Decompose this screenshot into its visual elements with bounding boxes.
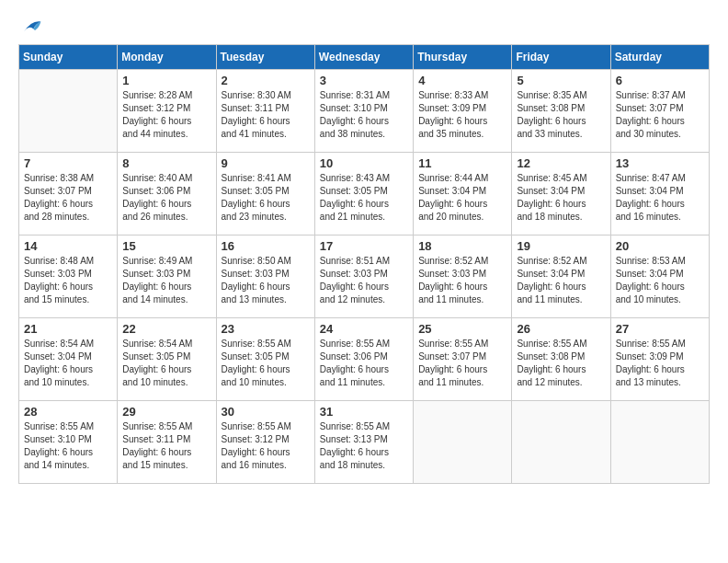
day-info: Sunrise: 8:55 AM Sunset: 3:08 PM Dayligh… bbox=[517, 338, 605, 389]
day-info: Sunrise: 8:55 AM Sunset: 3:10 PM Dayligh… bbox=[24, 420, 112, 472]
calendar-cell: 20Sunrise: 8:53 AM Sunset: 3:04 PM Dayli… bbox=[610, 236, 709, 318]
calendar-cell: 19Sunrise: 8:52 AM Sunset: 3:04 PM Dayli… bbox=[512, 236, 610, 318]
day-info: Sunrise: 8:55 AM Sunset: 3:07 PM Dayligh… bbox=[418, 338, 506, 389]
day-info: Sunrise: 8:52 AM Sunset: 3:03 PM Dayligh… bbox=[418, 255, 506, 306]
calendar-cell: 30Sunrise: 8:55 AM Sunset: 3:12 PM Dayli… bbox=[216, 401, 314, 484]
day-number: 10 bbox=[320, 156, 408, 170]
day-number: 27 bbox=[616, 322, 704, 336]
day-info: Sunrise: 8:49 AM Sunset: 3:03 PM Dayligh… bbox=[122, 255, 210, 306]
calendar-cell: 6Sunrise: 8:37 AM Sunset: 3:07 PM Daylig… bbox=[610, 70, 709, 153]
day-info: Sunrise: 8:55 AM Sunset: 3:12 PM Dayligh… bbox=[222, 420, 310, 472]
calendar-cell: 13Sunrise: 8:47 AM Sunset: 3:04 PM Dayli… bbox=[610, 153, 709, 236]
logo-bird-icon bbox=[20, 18, 42, 35]
calendar-week-row: 1Sunrise: 8:28 AM Sunset: 3:12 PM Daylig… bbox=[19, 70, 710, 153]
calendar-cell: 25Sunrise: 8:55 AM Sunset: 3:07 PM Dayli… bbox=[414, 318, 512, 401]
day-number: 3 bbox=[320, 74, 408, 87]
calendar-cell: 1Sunrise: 8:28 AM Sunset: 3:12 PM Daylig… bbox=[118, 70, 216, 153]
calendar-cell: 22Sunrise: 8:54 AM Sunset: 3:05 PM Dayli… bbox=[118, 318, 216, 401]
calendar-cell: 7Sunrise: 8:38 AM Sunset: 3:07 PM Daylig… bbox=[19, 153, 118, 236]
day-info: Sunrise: 8:48 AM Sunset: 3:03 PM Dayligh… bbox=[24, 255, 112, 306]
calendar-cell bbox=[512, 401, 610, 484]
day-number: 24 bbox=[320, 322, 408, 336]
calendar-cell: 27Sunrise: 8:55 AM Sunset: 3:09 PM Dayli… bbox=[610, 318, 709, 401]
day-number: 5 bbox=[517, 74, 605, 87]
day-number: 26 bbox=[517, 322, 605, 336]
day-number: 13 bbox=[616, 156, 704, 170]
calendar-cell: 5Sunrise: 8:35 AM Sunset: 3:08 PM Daylig… bbox=[512, 70, 610, 153]
calendar-cell: 4Sunrise: 8:33 AM Sunset: 3:09 PM Daylig… bbox=[414, 70, 512, 153]
calendar-cell: 23Sunrise: 8:55 AM Sunset: 3:05 PM Dayli… bbox=[216, 318, 314, 401]
day-number: 30 bbox=[222, 405, 310, 419]
weekday-header: Sunday bbox=[19, 45, 118, 70]
day-number: 25 bbox=[418, 322, 506, 336]
logo bbox=[18, 18, 42, 35]
day-number: 28 bbox=[24, 405, 112, 419]
calendar-cell: 28Sunrise: 8:55 AM Sunset: 3:10 PM Dayli… bbox=[19, 401, 118, 484]
calendar-cell bbox=[19, 70, 118, 153]
day-info: Sunrise: 8:41 AM Sunset: 3:05 PM Dayligh… bbox=[222, 172, 310, 224]
day-number: 6 bbox=[616, 74, 704, 87]
calendar-cell: 26Sunrise: 8:55 AM Sunset: 3:08 PM Dayli… bbox=[512, 318, 610, 401]
day-number: 2 bbox=[222, 74, 310, 87]
day-info: Sunrise: 8:51 AM Sunset: 3:03 PM Dayligh… bbox=[320, 255, 408, 306]
calendar-cell: 17Sunrise: 8:51 AM Sunset: 3:03 PM Dayli… bbox=[314, 236, 413, 318]
day-info: Sunrise: 8:33 AM Sunset: 3:09 PM Dayligh… bbox=[418, 89, 506, 141]
day-number: 8 bbox=[122, 156, 210, 170]
calendar-cell: 15Sunrise: 8:49 AM Sunset: 3:03 PM Dayli… bbox=[118, 236, 216, 318]
calendar-cell: 12Sunrise: 8:45 AM Sunset: 3:04 PM Dayli… bbox=[512, 153, 610, 236]
day-info: Sunrise: 8:35 AM Sunset: 3:08 PM Dayligh… bbox=[517, 89, 605, 141]
day-number: 19 bbox=[517, 239, 605, 253]
calendar-header-row: SundayMondayTuesdayWednesdayThursdayFrid… bbox=[19, 45, 710, 70]
day-info: Sunrise: 8:30 AM Sunset: 3:11 PM Dayligh… bbox=[222, 89, 310, 141]
day-info: Sunrise: 8:45 AM Sunset: 3:04 PM Dayligh… bbox=[517, 172, 605, 224]
day-number: 22 bbox=[122, 322, 210, 336]
day-info: Sunrise: 8:55 AM Sunset: 3:05 PM Dayligh… bbox=[222, 338, 310, 389]
day-info: Sunrise: 8:38 AM Sunset: 3:07 PM Dayligh… bbox=[24, 172, 112, 224]
day-number: 16 bbox=[222, 239, 310, 253]
day-info: Sunrise: 8:52 AM Sunset: 3:04 PM Dayligh… bbox=[517, 255, 605, 306]
day-info: Sunrise: 8:40 AM Sunset: 3:06 PM Dayligh… bbox=[122, 172, 210, 224]
day-number: 9 bbox=[222, 156, 310, 170]
calendar-cell: 9Sunrise: 8:41 AM Sunset: 3:05 PM Daylig… bbox=[216, 153, 314, 236]
calendar-cell: 10Sunrise: 8:43 AM Sunset: 3:05 PM Dayli… bbox=[314, 153, 413, 236]
calendar-cell: 21Sunrise: 8:54 AM Sunset: 3:04 PM Dayli… bbox=[19, 318, 118, 401]
day-number: 21 bbox=[24, 322, 112, 336]
day-info: Sunrise: 8:50 AM Sunset: 3:03 PM Dayligh… bbox=[222, 255, 310, 306]
calendar-cell: 11Sunrise: 8:44 AM Sunset: 3:04 PM Dayli… bbox=[414, 153, 512, 236]
day-info: Sunrise: 8:54 AM Sunset: 3:05 PM Dayligh… bbox=[122, 338, 210, 389]
day-number: 4 bbox=[418, 74, 506, 87]
calendar-week-row: 7Sunrise: 8:38 AM Sunset: 3:07 PM Daylig… bbox=[19, 153, 710, 236]
calendar-cell: 16Sunrise: 8:50 AM Sunset: 3:03 PM Dayli… bbox=[216, 236, 314, 318]
calendar-week-row: 28Sunrise: 8:55 AM Sunset: 3:10 PM Dayli… bbox=[19, 401, 710, 484]
day-info: Sunrise: 8:55 AM Sunset: 3:13 PM Dayligh… bbox=[320, 420, 408, 472]
day-number: 31 bbox=[320, 405, 408, 419]
calendar-cell: 24Sunrise: 8:55 AM Sunset: 3:06 PM Dayli… bbox=[314, 318, 413, 401]
calendar-cell: 8Sunrise: 8:40 AM Sunset: 3:06 PM Daylig… bbox=[118, 153, 216, 236]
day-number: 14 bbox=[24, 239, 112, 253]
calendar-week-row: 14Sunrise: 8:48 AM Sunset: 3:03 PM Dayli… bbox=[19, 236, 710, 318]
calendar-cell: 31Sunrise: 8:55 AM Sunset: 3:13 PM Dayli… bbox=[314, 401, 413, 484]
weekday-header: Wednesday bbox=[314, 45, 413, 70]
day-number: 15 bbox=[122, 239, 210, 253]
page-header bbox=[18, 18, 710, 35]
day-info: Sunrise: 8:44 AM Sunset: 3:04 PM Dayligh… bbox=[418, 172, 506, 224]
day-number: 23 bbox=[222, 322, 310, 336]
calendar-cell bbox=[610, 401, 709, 484]
weekday-header: Thursday bbox=[414, 45, 512, 70]
calendar-cell: 18Sunrise: 8:52 AM Sunset: 3:03 PM Dayli… bbox=[414, 236, 512, 318]
day-number: 18 bbox=[418, 239, 506, 253]
day-info: Sunrise: 8:31 AM Sunset: 3:10 PM Dayligh… bbox=[320, 89, 408, 141]
day-number: 29 bbox=[122, 405, 210, 419]
weekday-header: Tuesday bbox=[216, 45, 314, 70]
weekday-header: Monday bbox=[118, 45, 216, 70]
day-number: 20 bbox=[616, 239, 704, 253]
calendar-cell: 14Sunrise: 8:48 AM Sunset: 3:03 PM Dayli… bbox=[19, 236, 118, 318]
day-number: 1 bbox=[122, 74, 210, 87]
day-info: Sunrise: 8:55 AM Sunset: 3:06 PM Dayligh… bbox=[320, 338, 408, 389]
calendar-cell: 29Sunrise: 8:55 AM Sunset: 3:11 PM Dayli… bbox=[118, 401, 216, 484]
day-info: Sunrise: 8:54 AM Sunset: 3:04 PM Dayligh… bbox=[24, 338, 112, 389]
calendar-table: SundayMondayTuesdayWednesdayThursdayFrid… bbox=[18, 44, 710, 484]
day-number: 7 bbox=[24, 156, 112, 170]
day-info: Sunrise: 8:53 AM Sunset: 3:04 PM Dayligh… bbox=[616, 255, 704, 306]
day-info: Sunrise: 8:55 AM Sunset: 3:11 PM Dayligh… bbox=[122, 420, 210, 472]
